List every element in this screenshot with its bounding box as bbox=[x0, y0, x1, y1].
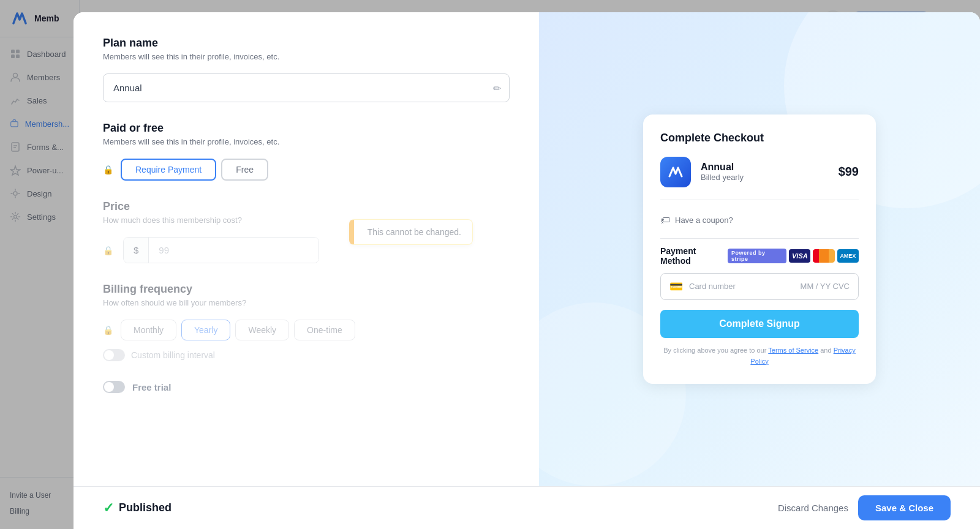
coupon-icon: 🏷 bbox=[660, 215, 670, 226]
free-trial-section: Free trial bbox=[103, 381, 510, 393]
billing-title: Billing frequency bbox=[103, 283, 510, 296]
checkout-terms: By clicking above you agree to our Terms… bbox=[660, 345, 859, 367]
coupon-label: Have a coupon? bbox=[675, 216, 733, 225]
amex-logo: AMEX bbox=[837, 249, 859, 263]
save-close-button[interactable]: Save & Close bbox=[858, 495, 951, 520]
price-input-row: $ bbox=[123, 237, 319, 263]
published-badge: ✓ Published bbox=[103, 500, 172, 516]
custom-interval-label: Custom billing interval bbox=[131, 350, 215, 360]
checkout-card: Complete Checkout Annual Billed yearly $… bbox=[643, 114, 876, 384]
checkout-plan-name: Annual bbox=[701, 162, 829, 173]
free-trial-label: Free trial bbox=[132, 382, 171, 392]
custom-interval-row: Custom billing interval bbox=[103, 349, 510, 361]
checkout-coupon-row[interactable]: 🏷 Have a coupon? bbox=[660, 210, 859, 231]
stripe-badge: Powered by stripe bbox=[728, 249, 786, 263]
paid-free-lock-icon: 🔒 bbox=[103, 165, 113, 174]
weekly-button[interactable]: Weekly bbox=[235, 320, 289, 340]
free-trial-row: Free trial bbox=[103, 381, 510, 393]
plan-name-section: Plan name Members will see this in their… bbox=[103, 37, 510, 102]
checkout-plan-billing: Billed yearly bbox=[701, 173, 829, 182]
checkout-plan-logo bbox=[660, 157, 691, 187]
price-lock-icon: 🔒 bbox=[103, 246, 113, 255]
checkout-payment-header: Payment Method Powered by stripe VISA AM… bbox=[660, 246, 859, 266]
checkout-plan-info: Annual Billed yearly bbox=[701, 162, 829, 182]
require-payment-button[interactable]: Require Payment bbox=[121, 159, 216, 181]
warning-bar bbox=[352, 220, 354, 244]
free-button[interactable]: Free bbox=[221, 159, 268, 181]
bottom-actions: Discard Changes Save & Close bbox=[778, 495, 951, 520]
plan-name-title: Plan name bbox=[103, 37, 510, 50]
yearly-button[interactable]: Yearly bbox=[181, 320, 230, 340]
checkout-plan-price: $99 bbox=[839, 165, 859, 179]
check-icon: ✓ bbox=[103, 500, 114, 516]
monthly-button[interactable]: Monthly bbox=[121, 320, 176, 340]
terms-of-service-link[interactable]: Terms of Service bbox=[768, 347, 818, 354]
billing-section: Billing frequency How often should we bi… bbox=[103, 283, 510, 361]
billing-lock-icon: 🔒 bbox=[103, 325, 113, 335]
plan-name-input[interactable] bbox=[103, 73, 510, 102]
plan-modal: Plan name Members will see this in their… bbox=[74, 12, 980, 529]
plan-name-input-wrapper: ✏ bbox=[103, 73, 510, 102]
checkout-title: Complete Checkout bbox=[660, 132, 859, 144]
price-currency: $ bbox=[124, 238, 149, 263]
checkout-logo-icon bbox=[666, 163, 685, 181]
modal-inner: Plan name Members will see this in their… bbox=[74, 12, 980, 486]
custom-interval-toggle[interactable] bbox=[103, 349, 125, 361]
plan-name-desc: Members will see this in their profile, … bbox=[103, 52, 510, 61]
cannot-change-text: This cannot be changed. bbox=[363, 227, 461, 237]
card-expiry-placeholder: MM / YY CVC bbox=[801, 282, 850, 291]
cannot-change-toast: This cannot be changed. bbox=[349, 219, 473, 245]
billing-options: 🔒 Monthly Yearly Weekly One-time bbox=[103, 320, 510, 340]
payment-logos: Powered by stripe VISA AMEX bbox=[728, 249, 859, 263]
discard-changes-button[interactable]: Discard Changes bbox=[778, 503, 848, 513]
published-label: Published bbox=[119, 501, 172, 514]
visa-logo: VISA bbox=[789, 249, 810, 263]
paid-free-btn-group: 🔒 Require Payment Free bbox=[103, 159, 510, 181]
billing-desc: How often should we bill your members? bbox=[103, 298, 510, 307]
edit-icon[interactable]: ✏ bbox=[493, 82, 501, 94]
price-title: Price bbox=[103, 200, 510, 213]
modal-left-panel: Plan name Members will see this in their… bbox=[74, 12, 539, 486]
paid-free-section: Paid or free Members will see this in th… bbox=[103, 122, 510, 181]
paid-free-desc: Members will see this in their profile, … bbox=[103, 137, 510, 146]
payment-method-label: Payment Method bbox=[660, 246, 728, 266]
free-trial-toggle[interactable] bbox=[103, 381, 125, 393]
checkout-divider bbox=[660, 238, 859, 239]
one-time-button[interactable]: One-time bbox=[294, 320, 355, 340]
card-icon: 💳 bbox=[669, 280, 683, 293]
modal-right-panel: Complete Checkout Annual Billed yearly $… bbox=[539, 12, 980, 486]
price-input[interactable] bbox=[149, 238, 318, 263]
modal-bottom-bar: ✓ Published Discard Changes Save & Close bbox=[74, 486, 980, 529]
mastercard-logo bbox=[813, 249, 834, 263]
complete-signup-button[interactable]: Complete Signup bbox=[660, 310, 859, 338]
paid-free-title: Paid or free bbox=[103, 122, 510, 135]
price-input-area: 🔒 $ This cannot be changed. bbox=[103, 237, 510, 263]
card-number-placeholder: Card number bbox=[689, 282, 794, 291]
price-section: Price How much does this membership cost… bbox=[103, 200, 510, 263]
card-input-row: 💳 Card number MM / YY CVC bbox=[660, 273, 859, 300]
checkout-plan-row: Annual Billed yearly $99 bbox=[660, 157, 859, 200]
